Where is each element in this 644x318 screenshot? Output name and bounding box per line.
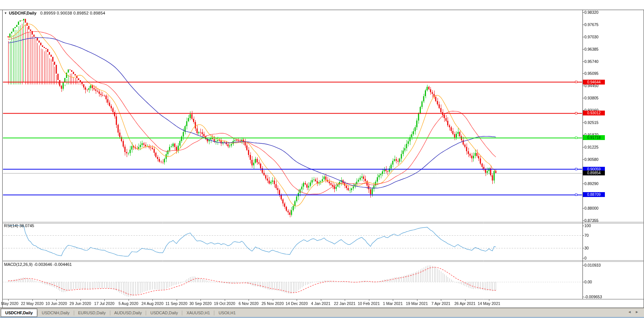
date-tick-label: 10 Feb 2021 <box>358 301 380 306</box>
tab-usdchf[interactable]: USDCHF,Daily <box>1 309 37 317</box>
date-tick-label: 29 Jun 2020 <box>70 301 91 306</box>
rsi-tick-label: 100 <box>584 223 591 228</box>
date-tick-label: 7 Apr 2021 <box>432 301 451 306</box>
date-tick-label: 5 Aug 2020 <box>119 301 138 306</box>
macd-tick-label: 0.010933 <box>584 263 601 267</box>
date-tick-label: 26 Apr 2021 <box>454 301 476 306</box>
tab-audusd[interactable]: AUDUSD,Daily <box>110 309 146 317</box>
price-tick-label: 0.98320 <box>584 10 599 15</box>
date-tick-label: 30 Sep 2020 <box>189 301 212 306</box>
price-tick-label: 0.97030 <box>584 35 599 39</box>
date-tick-label: 6 Nov 2020 <box>239 301 259 306</box>
macd-indicator-label: MACD(12,26,9) -0.003646 -0.004461 <box>4 262 72 267</box>
date-tick-label: 10 Jun 2020 <box>45 301 67 306</box>
chart-tabs: USDCHF,DailyUSDCNH,DailyEURUSD,DailyAUDU… <box>0 309 240 317</box>
date-tick-label: 22 Jan 2021 <box>334 301 356 306</box>
chart-tab-bar: USDCHF,DailyUSDCNH,DailyEURUSD,DailyAUDU… <box>0 308 644 317</box>
date-tick-label: 11 Sep 2020 <box>165 301 187 306</box>
price-tick-label: 0.88000 <box>584 206 599 210</box>
chart-canvas[interactable] <box>0 0 644 318</box>
macd-tick-label: 0.00 <box>584 280 592 284</box>
date-tick-label: 25 Nov 2020 <box>262 301 284 306</box>
date-tick-label: 4 Jan 2021 <box>311 301 331 306</box>
price-tick-label: 0.96385 <box>584 47 599 51</box>
tab-usdcnh[interactable]: USDCNH,Daily <box>38 309 74 317</box>
price-tick-label: 0.92515 <box>584 120 599 125</box>
date-tick-label: 14 Dec 2020 <box>285 301 308 306</box>
chart-ohlc-values: 0.89959 0.90038 0.89852 0.89854 <box>40 11 105 15</box>
rsi-indicator-label: RSI(14) 38.0745 <box>4 223 34 228</box>
price-tick-label: 0.91225 <box>584 145 599 149</box>
rsi-tick-label: 0 <box>584 256 587 260</box>
price-tick-label: 0.95095 <box>584 71 599 76</box>
chart-title-row: ▼ USDCHF,Daily 0.89959 0.90038 0.89852 0… <box>4 11 105 15</box>
price-tick-label: 0.95740 <box>584 59 599 64</box>
date-tick-label: 19 Mar 2021 <box>406 301 428 306</box>
macd-tick-label: -0.009653 <box>584 295 602 299</box>
tab-eurusd[interactable]: EURUSD,Daily <box>74 309 110 317</box>
price-tick-label: 0.97675 <box>584 22 599 27</box>
hline-price-badge: 0.93012 <box>583 111 605 115</box>
chart-symbol-label: USDCHF,Daily <box>9 11 37 15</box>
price-tick-label: 0.87355 <box>584 218 599 223</box>
date-tick-label: 4 May 2020 <box>0 301 18 306</box>
tab-scroll-left-icon[interactable]: ◄ <box>628 310 631 314</box>
rsi-tick-label: 70 <box>584 233 589 238</box>
tab-usoil[interactable]: USOil,H1 <box>214 309 240 317</box>
rsi-tick-label: 30 <box>584 246 589 250</box>
hline-price-badge: 0.88709 <box>583 192 605 197</box>
tab-xauusd[interactable]: XAUUSD,H1 <box>182 309 214 317</box>
current-price-badge: 0.89854 <box>583 171 605 175</box>
date-tick-label: 22 May 2020 <box>21 301 44 306</box>
symbol-dropdown-icon[interactable]: ▼ <box>4 12 7 15</box>
date-tick-label: 19 Oct 2020 <box>214 301 235 306</box>
tab-usdcad[interactable]: USDCAD,Daily <box>146 309 182 317</box>
date-tick-label: 14 May 2021 <box>478 301 501 306</box>
price-tick-label: 0.90580 <box>584 157 599 162</box>
date-tick-label: 24 Aug 2020 <box>142 301 164 306</box>
price-tick-label: 0.89290 <box>584 181 599 186</box>
date-tick-label: 1 Mar 2021 <box>383 301 402 306</box>
tab-scroll-right-icon[interactable]: ► <box>635 310 639 314</box>
hline-price-badge: 0.94644 <box>583 80 605 85</box>
hline-price-badge: 0.91718 <box>583 135 605 140</box>
date-tick-label: 17 Jul 2020 <box>94 301 114 306</box>
price-tick-label: 0.93805 <box>584 96 599 100</box>
